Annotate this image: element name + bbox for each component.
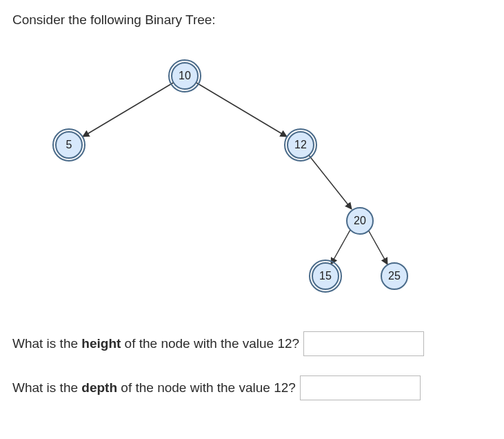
q2-post: of the node with the value 12?: [117, 380, 296, 395]
tree-node-15: 15: [312, 262, 339, 290]
svg-line-1: [196, 83, 287, 137]
q2-bold: depth: [81, 380, 117, 395]
q1-bold: height: [81, 336, 121, 351]
question-2-text: What is the depth of the node with the v…: [12, 380, 296, 396]
svg-line-2: [309, 155, 352, 209]
node-label: 12: [294, 139, 307, 151]
svg-line-4: [368, 230, 387, 264]
question-2-row: What is the depth of the node with the v…: [12, 375, 492, 400]
q1-post: of the node with the value 12?: [121, 336, 299, 351]
svg-line-0: [83, 83, 173, 137]
height-answer-input[interactable]: [303, 331, 424, 356]
node-label: 5: [66, 139, 72, 151]
node-label: 20: [354, 215, 366, 227]
q1-pre: What is the: [12, 336, 81, 351]
node-label: 10: [179, 70, 191, 82]
question-1-text: What is the height of the node with the …: [12, 336, 299, 351]
depth-answer-input[interactable]: [300, 375, 421, 400]
q2-pre: What is the: [12, 380, 81, 395]
tree-node-10: 10: [171, 62, 199, 90]
question-1-row: What is the height of the node with the …: [12, 331, 492, 356]
binary-tree-diagram: 10 5 12 20 15 25: [12, 35, 481, 311]
question-prompt: Consider the following Binary Tree:: [12, 12, 492, 28]
tree-node-12: 12: [287, 131, 314, 159]
tree-node-5: 5: [55, 131, 83, 159]
tree-node-25: 25: [381, 262, 408, 290]
node-label: 15: [319, 270, 332, 282]
svg-line-3: [331, 230, 350, 264]
tree-node-20: 20: [346, 207, 374, 235]
node-label: 25: [388, 270, 401, 282]
